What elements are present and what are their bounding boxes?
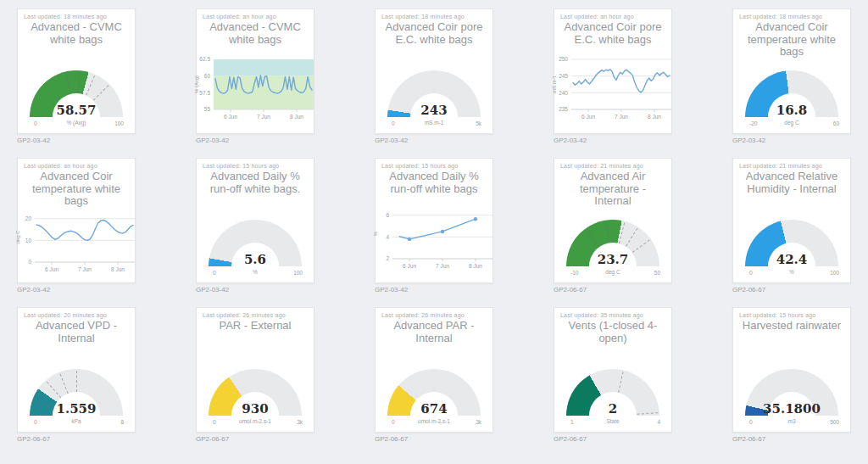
svg-text:6 Jun: 6 Jun bbox=[403, 263, 416, 269]
device-id-label: GP2-06-67 bbox=[196, 435, 314, 443]
gauge-card[interactable]: Last updated: 15 hours ago Harvested rai… bbox=[732, 307, 851, 433]
gauge-widget: 243 0 mS.m-1 5k bbox=[380, 70, 488, 130]
gauge-unit-label: deg C bbox=[559, 269, 667, 275]
gauge-max-label: 60 bbox=[833, 120, 839, 126]
gauge-card[interactable]: Last updated: 18 minutes ago Advanced Co… bbox=[375, 8, 493, 134]
gauge-arc: 58.57 bbox=[30, 70, 123, 117]
last-updated-text: Last updated: 21 minutes ago bbox=[739, 163, 822, 169]
device-id-label: GP2-03-42 bbox=[375, 137, 493, 144]
dashboard-grid: Last updated: 18 minutes ago Advanced - … bbox=[0, 0, 868, 443]
device-id-label: GP2-06-67 bbox=[554, 286, 672, 293]
gauge-max-label: 500 bbox=[830, 419, 839, 425]
gauge-card[interactable]: Last updated: 15 hours ago Advanced Dail… bbox=[196, 158, 314, 283]
card-title: Advanced - CVMC white bags bbox=[203, 21, 308, 46]
svg-text:6 Jun: 6 Jun bbox=[581, 114, 595, 120]
gauge-value: 42.4 bbox=[745, 254, 838, 266]
gauge-unit-label: State bbox=[559, 418, 667, 424]
svg-text:8 Jun: 8 Jun bbox=[648, 114, 661, 120]
svg-text:6 Jun: 6 Jun bbox=[45, 266, 58, 272]
gauge-scale: 1 State 4 bbox=[559, 417, 667, 428]
gauge-widget: 35.1800 0 m3 500 bbox=[737, 369, 846, 428]
gauge-card[interactable]: Last updated: 35 minutes ago Vents (1-cl… bbox=[554, 307, 672, 433]
last-updated-text: Last updated: 26 minutes ago bbox=[203, 312, 286, 318]
dashboard-cell: Last updated: 20 minutes ago Advanced VP… bbox=[17, 307, 136, 443]
line-chart-card[interactable]: Last updated: an hour ago Advanced Coir … bbox=[17, 158, 136, 283]
line-chart-card[interactable]: Last updated: an hour ago Advanced - CVM… bbox=[196, 8, 314, 134]
device-id-label: GP2-03-42 bbox=[196, 286, 314, 293]
dashboard-cell: Last updated: 26 minutes ago Advanced PA… bbox=[375, 307, 493, 443]
line-chart: 642%6 Jun7 Jun8 Jun bbox=[370, 204, 498, 277]
svg-text:240: 240 bbox=[559, 90, 568, 96]
gauge-unit-label: kPa bbox=[22, 418, 131, 424]
gauge-widget: 930 0 umol.m-2.s-1 3k bbox=[201, 369, 309, 428]
gauge-arc: 674 bbox=[387, 369, 481, 416]
card-title: Advanced Relative Humidity - Internal bbox=[739, 171, 844, 195]
svg-text:deg C: deg C bbox=[15, 229, 20, 243]
svg-text:6: 6 bbox=[386, 212, 389, 218]
dashboard-cell: Last updated: 26 minutes ago PAR - Exter… bbox=[196, 307, 314, 443]
line-chart: 250245240235mS.m-16 Jun7 Jun8 Jun bbox=[549, 55, 676, 128]
card-title: Harvested rainwater bbox=[743, 320, 841, 333]
gauge-value: 16.8 bbox=[745, 104, 838, 117]
svg-text:10: 10 bbox=[25, 237, 32, 243]
svg-text:62.5: 62.5 bbox=[199, 56, 210, 62]
gauge-max-label: 5k bbox=[476, 120, 481, 126]
gauge-card[interactable]: Last updated: 26 minutes ago Advanced PA… bbox=[375, 307, 493, 433]
gauge-max-label: 3k bbox=[297, 419, 303, 425]
gauge-max-label: 3k bbox=[476, 419, 481, 425]
gauge-unit-label: umol.m-2.s-1 bbox=[380, 418, 488, 424]
dashboard-cell: Last updated: an hour ago Advanced Coir … bbox=[554, 8, 672, 144]
gauge-widget: 23.7 -10 deg C 50 bbox=[559, 220, 667, 279]
card-title: Advanced Coir pore E.C. white bags bbox=[381, 21, 487, 46]
device-id-label: GP2-06-67 bbox=[732, 286, 851, 293]
device-id-label: GP2-03-42 bbox=[732, 137, 851, 144]
svg-text:6 Jun: 6 Jun bbox=[224, 114, 237, 120]
card-title: Advanced - CVMC white bags bbox=[24, 21, 129, 46]
line-chart: 20100deg C6 Jun7 Jun8 Jun bbox=[13, 208, 140, 281]
gauge-arc: 5.6 bbox=[209, 220, 302, 266]
gauge-card[interactable]: Last updated: 21 minutes ago Advanced Ai… bbox=[554, 158, 672, 283]
line-chart-card[interactable]: Last updated: 15 hours ago Advanced Dail… bbox=[375, 158, 493, 283]
gauge-arc: 42.4 bbox=[745, 220, 838, 266]
device-id-label: GP2-06-67 bbox=[17, 435, 136, 443]
svg-text:245: 245 bbox=[559, 73, 568, 79]
dashboard-cell: Last updated: 18 minutes ago Advanced Co… bbox=[732, 8, 851, 144]
last-updated-text: Last updated: 18 minutes ago bbox=[739, 14, 822, 20]
svg-text:60: 60 bbox=[204, 73, 211, 79]
device-id-label: GP2-06-67 bbox=[732, 435, 851, 443]
device-id-label: GP2-06-67 bbox=[554, 435, 672, 443]
svg-text:235: 235 bbox=[559, 106, 568, 112]
card-title: Advanced Air temperature - Internal bbox=[560, 171, 665, 208]
device-id-label: GP2-03-42 bbox=[196, 137, 314, 144]
gauge-scale: -20 deg C 60 bbox=[737, 119, 846, 130]
gauge-widget: 42.4 0 % 100 bbox=[737, 220, 846, 279]
gauge-max-label: 100 bbox=[293, 270, 303, 276]
svg-text:8 Jun: 8 Jun bbox=[290, 114, 303, 120]
gauge-arc: 1.559 bbox=[30, 369, 123, 416]
last-updated-text: Last updated: 15 hours ago bbox=[381, 163, 458, 169]
gauge-widget: 1.559 0 kPa 8 bbox=[22, 369, 131, 428]
gauge-card[interactable]: Last updated: 18 minutes ago Advanced Co… bbox=[732, 8, 851, 134]
svg-text:4: 4 bbox=[386, 234, 389, 240]
card-title: Advanced VPD - Internal bbox=[24, 320, 129, 344]
gauge-max-label: 8 bbox=[120, 419, 124, 425]
gauge-arc: 2 bbox=[566, 369, 659, 416]
last-updated-text: Last updated: 20 minutes ago bbox=[24, 312, 107, 318]
gauge-scale: 0 % 100 bbox=[201, 268, 309, 279]
gauge-card[interactable]: Last updated: 20 minutes ago Advanced VP… bbox=[17, 307, 136, 433]
svg-text:2: 2 bbox=[386, 255, 389, 261]
svg-text:8 Jun: 8 Jun bbox=[111, 266, 125, 272]
card-title: Vents (1-closed 4-open) bbox=[560, 320, 665, 344]
gauge-card[interactable]: Last updated: 26 minutes ago PAR - Exter… bbox=[196, 307, 314, 433]
gauge-value: 5.6 bbox=[209, 254, 302, 266]
gauge-scale: 0 % (Avg) 100 bbox=[22, 119, 131, 130]
gauge-card[interactable]: Last updated: 21 minutes ago Advanced Re… bbox=[732, 158, 851, 283]
dashboard-cell: Last updated: 15 hours ago Harvested rai… bbox=[732, 307, 851, 443]
gauge-max-label: 100 bbox=[830, 270, 839, 276]
gauge-card[interactable]: Last updated: 18 minutes ago Advanced - … bbox=[17, 8, 136, 134]
line-chart-card[interactable]: Last updated: an hour ago Advanced Coir … bbox=[554, 8, 672, 134]
last-updated-text: Last updated: 26 minutes ago bbox=[381, 312, 465, 318]
last-updated-text: Last updated: 18 minutes ago bbox=[381, 14, 465, 20]
svg-text:0: 0 bbox=[28, 259, 31, 265]
svg-text:7 Jun: 7 Jun bbox=[257, 114, 270, 120]
